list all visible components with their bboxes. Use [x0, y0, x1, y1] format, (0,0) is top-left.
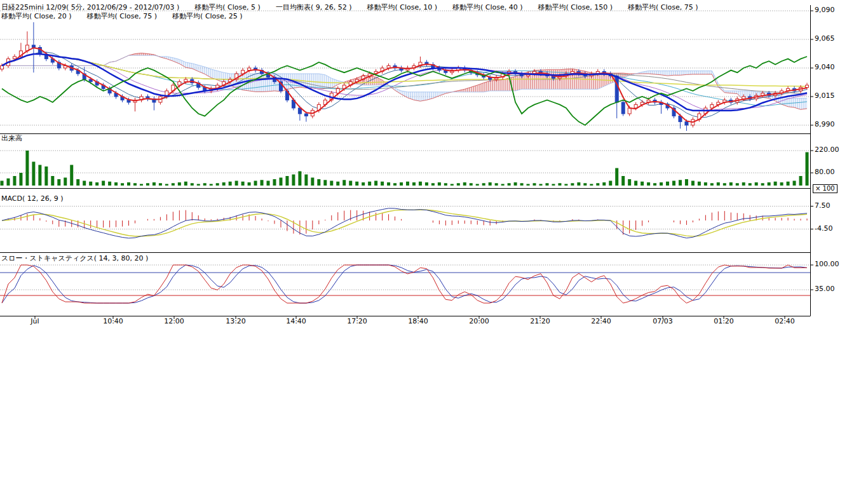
x-axis-label: 20:00	[457, 317, 501, 325]
chart-canvas[interactable]	[0, 0, 868, 330]
indicator-legend-ichimoku[interactable]: 一目均衡表( 9, 26, 52 )	[276, 4, 352, 11]
indicator-legend-ma40[interactable]: 移動平均( Close, 40 )	[452, 4, 523, 11]
x-axis-label: 22:40	[579, 317, 623, 325]
indicator-legend-ma5[interactable]: 移動平均( Close, 5 )	[194, 4, 261, 11]
x-axis-label: 12:00	[152, 317, 196, 325]
x-axis-label: 14:40	[274, 317, 318, 325]
x-axis-label: 02:40	[763, 317, 807, 325]
header-row-1: 日経225mini 12/09( 5分, 2012/06/29 - 2012/0…	[1, 4, 698, 11]
volume-axis-label: 80.00	[815, 168, 835, 176]
x-axis-label: 10:40	[91, 317, 135, 325]
price-axis-label: 9,065	[815, 35, 835, 43]
price-axis-label: 8,990	[815, 121, 835, 128]
volume-axis-label: 220.00	[815, 146, 839, 154]
indicator-legend-ma25[interactable]: 移動平均( Close, 25 )	[172, 13, 243, 20]
price-axis-label: 9,040	[815, 64, 835, 71]
macd-axis-label: 7.50	[815, 202, 831, 210]
indicator-legend-ma75b[interactable]: 移動平均( Close, 75 )	[87, 13, 158, 20]
stoch-panel-label: スロー・ストキャスティクス( 14, 3, 80, 20 )	[1, 255, 148, 262]
indicator-legend-ma20[interactable]: 移動平均( Close, 20 )	[1, 13, 72, 20]
indicator-legend-ma10[interactable]: 移動平均( Close, 10 )	[367, 4, 437, 11]
price-axis-label: 9,090	[815, 6, 835, 14]
macd-axis-label: -4.50	[815, 225, 832, 233]
indicator-legend-ma150[interactable]: 移動平均( Close, 150 )	[538, 4, 613, 11]
price-axis-label: 9,015	[815, 92, 835, 100]
stoch-axis-label: 100.00	[815, 261, 839, 268]
stoch-axis-label: 35.00	[815, 285, 835, 293]
x-axis-label: 21:20	[518, 317, 562, 325]
indicator-legend-ma75[interactable]: 移動平均( Close, 75 )	[628, 4, 698, 11]
x-axis-label: 07/03	[641, 317, 685, 325]
x-axis-label: 17:20	[335, 317, 379, 325]
header-row-2: 移動平均( Close, 20 ) 移動平均( Close, 75 ) 移動平均…	[1, 13, 243, 20]
x-axis-label: 13:20	[214, 317, 258, 325]
x-axis-label: Jul	[13, 317, 57, 325]
volume-multiplier-box: × 100	[813, 184, 837, 193]
x-axis-label: 01:20	[702, 317, 746, 325]
chart-application-window: 日経225mini 12/09( 5分, 2012/06/29 - 2012/0…	[0, 0, 868, 488]
volume-panel-label: 出来高	[1, 135, 22, 142]
x-axis-label: 18:40	[396, 317, 440, 325]
macd-panel-label: MACD( 12, 26, 9 )	[1, 195, 64, 203]
chart-title: 日経225mini 12/09( 5分, 2012/06/29 - 2012/0…	[1, 4, 179, 11]
